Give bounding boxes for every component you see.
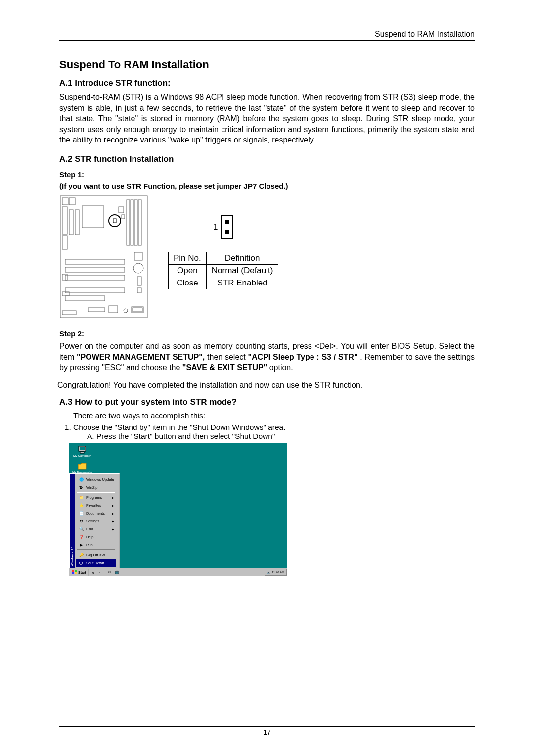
documents-icon: 📄 [78, 510, 84, 516]
svg-rect-4 [62, 236, 67, 249]
svg-rect-26 [62, 292, 69, 296]
start-menu-item[interactable]: 🗜WinZip [76, 483, 116, 491]
svg-rect-13 [138, 200, 141, 245]
th-definition: Definition [206, 252, 278, 264]
svg-rect-35 [80, 452, 84, 453]
list-item: Choose the "Stand by" item in the "Shut … [73, 423, 475, 441]
svg-rect-5 [69, 210, 73, 235]
svg-rect-37 [72, 570, 74, 572]
svg-rect-39 [72, 572, 74, 574]
cell-close: Close [169, 277, 207, 289]
chevron-right-icon: ▶ [112, 496, 114, 499]
desktop-icon-my-computer[interactable]: My Computer [72, 446, 92, 457]
document-page: Suspend to RAM Installation Suspend To R… [0, 0, 534, 756]
table-row: Pin No. Definition [169, 252, 278, 264]
start-menu-item-label: Settings [86, 519, 99, 523]
svg-rect-17 [65, 267, 125, 272]
start-menu-item[interactable]: 📁Programs▶ [76, 493, 116, 501]
start-menu-item[interactable]: ⏻Shut Down... [76, 559, 116, 567]
jumper-table: Pin No. Definition Open Normal (Default)… [168, 252, 278, 289]
speaker-icon[interactable]: 🔊 [267, 571, 270, 574]
desktop-icon-my-documents[interactable]: My Documents [72, 462, 92, 473]
svg-point-21 [134, 263, 143, 273]
start-menu-item[interactable]: 🌐Windows Update [76, 475, 116, 483]
svg-rect-40 [75, 572, 77, 574]
motherboard-diagram [59, 195, 148, 321]
step2-bold-pm: "POWER MANAGEMENT SETUP", [77, 353, 205, 361]
start-menu-item-label: Windows Update [86, 477, 114, 482]
svg-rect-16 [65, 259, 125, 264]
pin-column: 1 Pin No. Definition Open Normal (Defaul… [168, 215, 278, 289]
winzip-icon: 🗜 [78, 484, 84, 490]
shutdown-icon: ⏻ [78, 560, 84, 566]
start-menu-item[interactable]: ▶Run... [76, 541, 116, 549]
folder-icon [78, 462, 87, 470]
windows-logo-icon [72, 570, 77, 575]
help-icon: ❓ [78, 534, 84, 540]
header-right-text: Suspend to RAM Installation [59, 30, 475, 39]
start-menu-item-label: Programs [86, 495, 102, 500]
start-menu-item[interactable]: 🔍Find▶ [76, 525, 116, 533]
taskbar: Start e ▭ ✉ 📺 🔊 11:46 AM [69, 568, 287, 576]
ql-ie-icon[interactable]: e [90, 569, 97, 576]
svg-rect-10 [127, 200, 130, 245]
find-icon: 🔍 [78, 526, 84, 532]
win98-screenshot: My Computer My Documents Internet Explor… [69, 443, 287, 576]
table-row: Open Normal (Default) [169, 264, 278, 277]
start-menu-item-label: Help [86, 535, 93, 539]
pin-dot-icon [225, 230, 229, 234]
start-menu-item-label: Favorites [86, 503, 101, 508]
svg-rect-23 [137, 277, 141, 285]
congrat-text: Congratulation! You have completed the i… [57, 380, 475, 391]
a3-list: Choose the "Stand by" item in the "Shut … [59, 423, 475, 441]
start-menu-separator [77, 549, 115, 550]
svg-rect-34 [80, 447, 85, 450]
run-icon: ▶ [78, 542, 84, 548]
diagram-row: 1 Pin No. Definition Open Normal (Defaul… [59, 195, 475, 321]
tray-clock: 11:46 AM [272, 571, 284, 574]
page-footer: 17 [59, 726, 475, 736]
ql-desktop-icon[interactable]: ▭ [98, 569, 105, 576]
page-number: 17 [263, 728, 271, 736]
svg-rect-27 [109, 306, 118, 313]
svg-rect-38 [75, 570, 77, 572]
svg-rect-20 [65, 296, 105, 301]
step2-text: then select [207, 353, 248, 361]
quick-launch: e ▭ ✉ 📺 [90, 569, 121, 576]
start-menu-item[interactable]: 📄Documents▶ [76, 509, 116, 517]
li1-text: Choose the "Stand by" item in the "Shut … [73, 423, 286, 431]
start-button[interactable]: Start [70, 569, 89, 576]
step1-note: (If you want to use STR Function, please… [59, 182, 475, 190]
table-row: Close STR Enabled [169, 277, 278, 289]
start-menu-item[interactable]: ⭐Favorites▶ [76, 501, 116, 509]
desktop-icon-label: My Computer [73, 454, 91, 457]
start-menu-item[interactable]: ❓Help [76, 533, 116, 541]
page-header: Suspend to RAM Installation [59, 30, 475, 41]
svg-rect-29 [62, 311, 76, 315]
ql-outlook-icon[interactable]: ✉ [106, 569, 113, 576]
cell-open: Open [169, 264, 207, 277]
start-menu-item-label: Documents [86, 511, 105, 516]
svg-rect-1 [62, 198, 68, 205]
start-menu-item[interactable]: ⚙Settings▶ [76, 517, 116, 525]
start-menu-item-label: WinZip [86, 485, 97, 490]
start-menu: Windows 98 🌐Windows Update🗜WinZip📁Progra… [69, 473, 120, 568]
settings-icon: ⚙ [78, 518, 84, 524]
li1a-text: A. Press the "Start" button and then sel… [87, 432, 475, 441]
jumper-figure: 1 [194, 215, 253, 239]
svg-rect-7 [82, 206, 104, 228]
chevron-right-icon: ▶ [112, 512, 114, 515]
programs-icon: 📁 [78, 494, 84, 500]
logoff-icon: 🔑 [78, 552, 84, 558]
cell-close-def: STR Enabled [206, 277, 278, 289]
step2-paragraph: Power on the computer and as soon as mem… [59, 341, 475, 373]
favorites-icon: ⭐ [78, 502, 84, 508]
start-menu-item-label: Run... [86, 543, 96, 547]
start-menu-item[interactable]: 🔑Log Off XW... [76, 551, 116, 559]
step2-label: Step 2: [59, 330, 475, 338]
ql-channel-icon[interactable]: 📺 [114, 569, 121, 576]
step2-bold-save: "SAVE & EXIT SETUP" [182, 363, 267, 372]
svg-rect-15 [122, 215, 125, 219]
svg-point-32 [124, 309, 128, 313]
cell-open-def: Normal (Default) [206, 264, 278, 277]
